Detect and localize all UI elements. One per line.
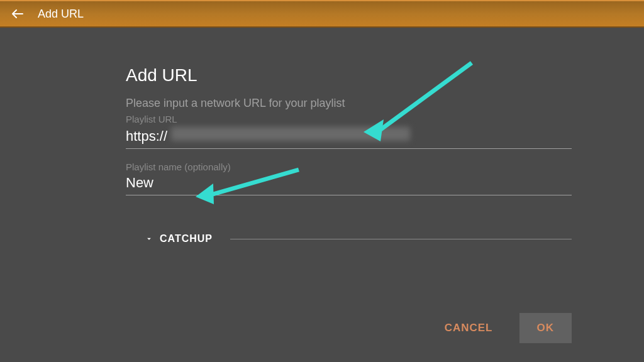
- divider-line: [230, 239, 572, 239]
- catchup-section[interactable]: CATCHUP: [126, 233, 572, 244]
- playlist-url-value: https://: [126, 127, 572, 145]
- name-field-label: Playlist name (optionally): [126, 162, 572, 172]
- url-blurred-content: [171, 127, 410, 141]
- dialog-actions: CANCEL OK: [432, 313, 572, 343]
- header-bar: Add URL: [0, 0, 644, 28]
- url-field-label: Playlist URL: [126, 114, 572, 124]
- ok-button[interactable]: OK: [519, 313, 572, 343]
- playlist-name-input-wrapper[interactable]: [126, 175, 572, 195]
- header-title: Add URL: [38, 8, 84, 21]
- dialog-title: Add URL: [126, 65, 572, 85]
- playlist-name-input[interactable]: [126, 175, 572, 191]
- chevron-down-icon: [145, 234, 153, 243]
- catchup-label: CATCHUP: [160, 233, 213, 244]
- playlist-url-input-wrapper[interactable]: https://: [126, 127, 572, 149]
- cancel-button[interactable]: CANCEL: [432, 313, 506, 343]
- add-url-dialog: Add URL Please input a network URL for y…: [0, 28, 644, 244]
- url-prefix: https://: [126, 128, 167, 145]
- dialog-subtitle: Please input a network URL for your play…: [126, 97, 572, 110]
- back-arrow-icon[interactable]: [10, 6, 25, 21]
